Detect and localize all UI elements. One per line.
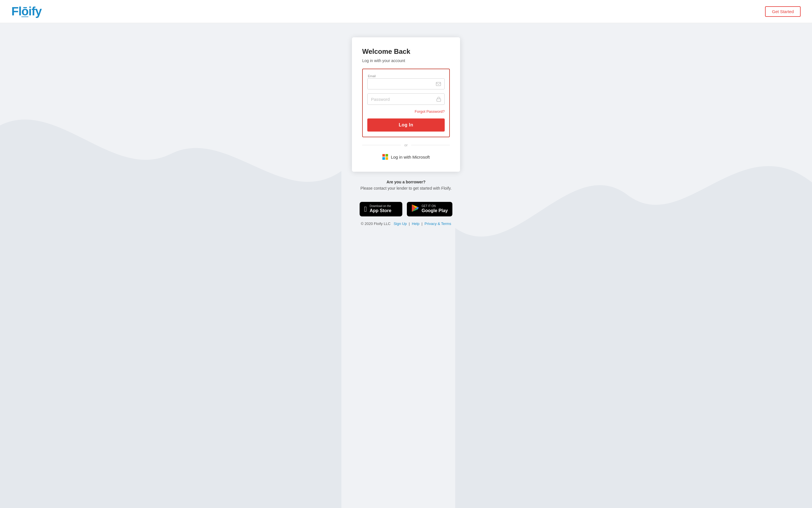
ms-green [385,154,388,157]
google-play-badge[interactable]: GET IT ON Google Play [407,202,452,216]
forgot-password-section: Forgot Password? [367,109,445,114]
google-play-icon [412,204,419,214]
welcome-subtitle: Log in with your account [362,58,450,63]
password-input[interactable] [368,94,433,104]
password-input-wrapper [367,93,445,105]
header: Flōify Get Started [0,0,812,23]
apple-icon:  [364,205,367,214]
borrower-title: Are you a borrower? [361,180,451,184]
app-badges:  Download on the App Store G [360,202,452,216]
email-field-group: Email [367,74,445,89]
app-store-large-text: App Store [370,208,391,214]
ms-yellow [385,157,388,160]
copyright-text: © 2020 Floify LLC [361,221,390,226]
email-input-wrapper [367,78,445,89]
google-play-text: GET IT ON Google Play [422,205,448,214]
email-input[interactable] [368,79,432,89]
ms-blue [382,157,385,160]
app-store-small-text: Download on the [370,205,391,208]
forgot-password-link[interactable]: Forgot Password? [415,109,445,114]
svg-rect-2 [437,99,441,101]
help-link[interactable]: Help [412,221,419,226]
microsoft-login-label: Log in with Microsoft [391,155,430,160]
microsoft-login-button[interactable]: Log in with Microsoft [362,152,450,162]
footer:  Download on the App Store G [360,190,452,235]
svg-rect-1 [436,82,441,86]
or-label: or [404,143,408,147]
google-play-large-text: Google Play [422,208,448,214]
ms-red [382,154,385,157]
email-label: Email [367,74,445,78]
app-store-badge[interactable]:  Download on the App Store [360,202,402,216]
footer-links: © 2020 Floify LLC Sign Up | Help | Priva… [361,221,451,226]
or-divider: or [362,143,450,147]
borrower-section: Are you a borrower? Please contact your … [361,180,451,190]
main-content: Welcome Back Log in with your account Em… [0,23,812,508]
password-icon [433,94,444,104]
get-started-button[interactable]: Get Started [765,6,801,17]
app-store-text: Download on the App Store [370,205,391,214]
form-highlight-box: Email [362,69,450,137]
microsoft-logo [382,154,388,160]
sign-up-link[interactable]: Sign Up [393,221,407,226]
logo: Flōify [11,5,42,18]
email-icon [432,79,444,89]
password-field-group [367,93,445,105]
login-card: Welcome Back Log in with your account Em… [352,37,460,172]
borrower-description: Please contact your lender to get starte… [361,186,451,190]
login-button[interactable]: Log In [367,119,445,132]
google-play-small-text: GET IT ON [422,205,448,208]
welcome-title: Welcome Back [362,48,450,55]
privacy-terms-link[interactable]: Privacy & Terms [425,221,451,226]
